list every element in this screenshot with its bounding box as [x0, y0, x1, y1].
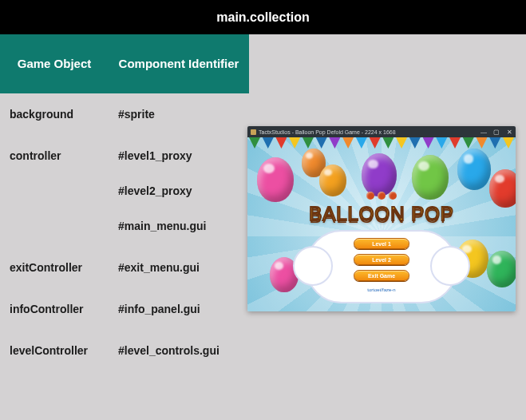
ci-item: #info_panel.gui: [118, 303, 239, 315]
window-controls: — ▢ ✕: [477, 126, 516, 137]
level-2-button[interactable]: Level 2: [354, 254, 409, 265]
bunting-flag-icon: [449, 137, 461, 149]
game-viewport: BALLOON POP Level 1 Level 2 Exit Game to…: [247, 137, 516, 311]
close-button[interactable]: ✕: [503, 126, 516, 137]
credit-text: tortoet/faze-n: [367, 287, 395, 292]
cell-go: exitController: [0, 261, 109, 274]
bunting-flag-icon: [342, 137, 354, 149]
table-row: background #sprite: [0, 93, 249, 135]
cell-go: background: [0, 108, 109, 121]
bunting-flag-icon: [423, 137, 434, 149]
bunting-flag-icon: [409, 137, 421, 149]
bunting-flag-icon: [249, 137, 260, 149]
bunting-flag-icon: [476, 137, 487, 149]
bunting-flag-icon: [489, 137, 500, 149]
bunting-flag-icon: [396, 137, 407, 149]
ci-item: #main_menu.gui: [118, 220, 239, 232]
ci-item: #sprite: [118, 108, 239, 121]
game-preview-window: TactxStudios - Balloon Pop Defold Game -…: [247, 126, 516, 311]
bunting-flag-icon: [329, 137, 340, 149]
th-game-object: Game Object: [0, 34, 109, 93]
game-window-titlebar: TactxStudios - Balloon Pop Defold Game -…: [247, 126, 516, 137]
table-row: controller #level1_proxy #level2_proxy #…: [0, 135, 249, 247]
table-row: levelController #level_controls.gui: [0, 330, 249, 371]
components-table: Game Object Component Identifier backgro…: [0, 34, 249, 371]
bunting-flag-icon: [503, 137, 514, 149]
game-logo-text: BALLOON POP: [309, 203, 454, 225]
balloon-blue-icon: [457, 149, 491, 190]
exit-game-button[interactable]: Exit Game: [354, 270, 409, 281]
table-row: infoController #info_panel.gui: [0, 288, 249, 330]
th-component-identifier: Component Identifier: [109, 34, 249, 93]
cell-ci: #level1_proxy #level2_proxy #main_menu.g…: [109, 149, 249, 232]
balloon-pink-icon: [257, 157, 294, 202]
menu-buttons: Level 1 Level 2 Exit Game tortoet/faze-n: [354, 238, 409, 292]
minimize-button[interactable]: —: [477, 126, 490, 137]
cell-ci: #sprite: [109, 108, 249, 121]
bunting-flag-icon: [463, 137, 474, 149]
ci-item: #level_controls.gui: [118, 344, 239, 357]
cell-ci: #info_panel.gui: [109, 303, 249, 315]
decor-dots: [366, 192, 397, 200]
table-header-row: Game Object Component Identifier: [0, 34, 249, 93]
balloon-purple-icon: [362, 153, 397, 196]
page-title: main.collection: [0, 0, 526, 34]
bunting-flag-icon: [436, 137, 447, 149]
cell-ci: #level_controls.gui: [109, 344, 249, 357]
level-1-button[interactable]: Level 1: [354, 238, 409, 249]
cell-go: infoController: [0, 303, 109, 315]
cell-ci: #exit_menu.gui: [109, 261, 249, 274]
bunting-flag-icon: [356, 137, 367, 149]
bunting-flag-icon: [316, 137, 327, 149]
bunting-flag-icon: [370, 137, 381, 149]
bunting-flag-icon: [303, 137, 314, 149]
table-row: exitController #exit_menu.gui: [0, 247, 249, 288]
app-icon: [251, 129, 256, 135]
cell-go: controller: [0, 149, 109, 162]
bunting-flag-icon: [263, 137, 274, 149]
ci-item: #level2_proxy: [118, 184, 239, 197]
balloon-green-icon: [412, 155, 449, 200]
balloon-green2-icon: [487, 251, 516, 287]
balloon-red-icon: [489, 169, 516, 208]
ci-item: #exit_menu.gui: [118, 261, 239, 274]
bunting-row: [247, 137, 516, 149]
cell-go: levelController: [0, 344, 109, 357]
game-window-title: TactxStudios - Balloon Pop Defold Game -…: [259, 129, 396, 135]
bunting-flag-icon: [275, 137, 287, 149]
maximize-button[interactable]: ▢: [490, 126, 503, 137]
ci-item: #level1_proxy: [118, 149, 239, 162]
balloon-orange2-icon: [319, 164, 346, 196]
bunting-flag-icon: [382, 137, 394, 149]
bunting-flag-icon: [289, 137, 300, 149]
